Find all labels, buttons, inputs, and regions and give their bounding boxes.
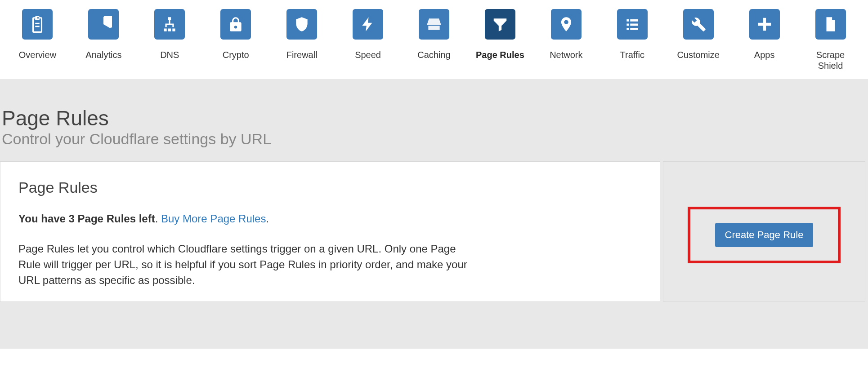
nav-item-customize[interactable]: Customize: [674, 9, 723, 71]
nav-item-apps[interactable]: Apps: [740, 9, 789, 71]
trailing-period: .: [266, 213, 269, 225]
rules-remaining-bold: You have 3 Page Rules left: [18, 213, 155, 225]
content-area: Page Rules Control your Cloudflare setti…: [0, 79, 868, 349]
nav-item-scrape-shield[interactable]: Scrape Shield: [806, 9, 855, 71]
nav-label: Customize: [677, 49, 719, 60]
plus-icon: [749, 9, 780, 40]
nav-label: DNS: [160, 49, 179, 60]
nav-label: Traffic: [620, 49, 644, 60]
bolt-icon: [353, 9, 383, 40]
card-title: Page Rules: [18, 179, 642, 196]
drive-icon: [419, 9, 449, 40]
rules-remaining-period: .: [155, 213, 161, 225]
nav-label: Overview: [19, 49, 56, 60]
wrench-icon: [683, 9, 714, 40]
list-icon: [617, 9, 648, 40]
nav-label: Page Rules: [476, 49, 524, 60]
create-page-rule-button[interactable]: Create Page Rule: [715, 223, 814, 247]
page-title: Page Rules: [0, 97, 865, 130]
nav-item-caching[interactable]: Caching: [409, 9, 459, 71]
pie-chart-icon: [88, 9, 119, 40]
nav-label: Speed: [355, 49, 381, 60]
nav-item-overview[interactable]: Overview: [13, 9, 62, 71]
document-icon: [815, 9, 846, 40]
funnel-icon: [485, 9, 515, 40]
nav-label: Apps: [754, 49, 775, 60]
lock-icon: [220, 9, 251, 40]
shield-icon: [286, 9, 317, 40]
create-rule-panel: Create Page Rule: [663, 161, 865, 302]
sitemap-icon: [154, 9, 185, 40]
page-rules-description: Page Rules let you control which Cloudfl…: [18, 241, 473, 288]
nav-label: Firewall: [286, 49, 318, 60]
nav-item-firewall[interactable]: Firewall: [277, 9, 327, 71]
nav-item-page-rules[interactable]: Page Rules: [475, 9, 525, 71]
nav-label: Scrape Shield: [806, 49, 855, 71]
pin-icon: [551, 9, 582, 40]
buy-more-link[interactable]: Buy More Page Rules: [161, 213, 266, 225]
nav-item-dns[interactable]: DNS: [145, 9, 194, 71]
highlight-box: Create Page Rule: [688, 207, 841, 263]
nav-item-network[interactable]: Network: [541, 9, 591, 71]
page-rules-card: Page Rules You have 3 Page Rules left. B…: [0, 161, 660, 302]
nav-item-crypto[interactable]: Crypto: [211, 9, 260, 71]
nav-label: Crypto: [223, 49, 249, 60]
cards-row: Page Rules You have 3 Page Rules left. B…: [0, 161, 865, 302]
nav-label: Caching: [417, 49, 450, 60]
nav-item-speed[interactable]: Speed: [343, 9, 393, 71]
rules-remaining-line: You have 3 Page Rules left. Buy More Pag…: [18, 213, 642, 225]
page-subtitle: Control your Cloudflare settings by URL: [0, 130, 865, 161]
nav-item-analytics[interactable]: Analytics: [79, 9, 128, 71]
nav-label: Analytics: [85, 49, 121, 60]
top-nav: OverviewAnalyticsDNSCryptoFirewallSpeedC…: [0, 0, 868, 79]
clipboard-icon: [22, 9, 53, 40]
nav-item-traffic[interactable]: Traffic: [608, 9, 657, 71]
nav-label: Network: [550, 49, 582, 60]
